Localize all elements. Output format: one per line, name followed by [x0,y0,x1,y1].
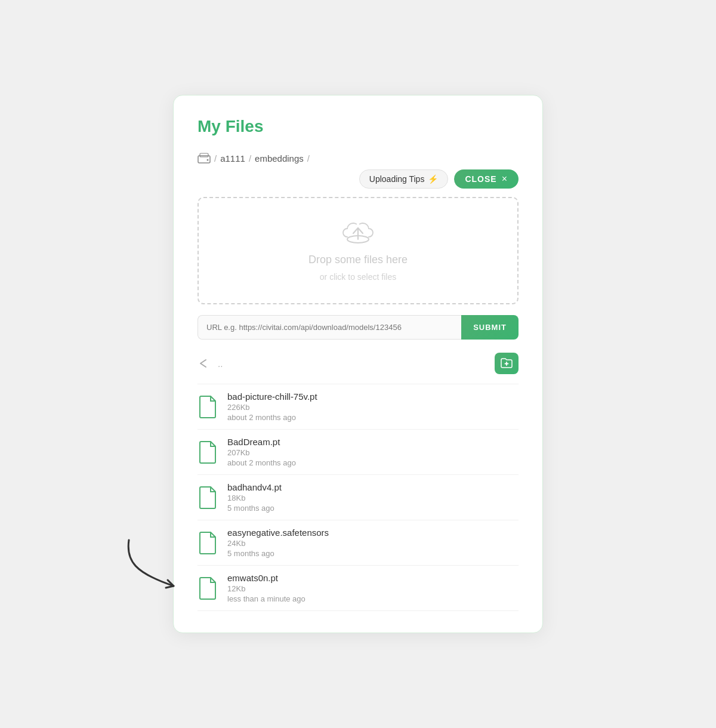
file-name: badhandv4.pt [227,482,282,492]
file-name: BadDream.pt [227,437,296,447]
file-date: about 2 months ago [227,413,317,422]
file-list: bad-picture-chill-75v.pt 226Kb about 2 m… [197,384,519,611]
drive-icon [197,153,211,164]
file-date: 5 months ago [227,549,329,558]
breadcrumb: / a1111 / embeddings / [197,153,519,164]
file-size: 24Kb [227,539,329,548]
file-size: 18Kb [227,493,282,502]
file-icon [197,394,219,419]
file-name: emwats0n.pt [227,573,305,583]
arrow-annotation [117,537,195,599]
submit-button[interactable]: SUBMIT [461,315,519,340]
breadcrumb-folder-2[interactable]: embeddings [255,153,304,164]
file-info: BadDream.pt 207Kb about 2 months ago [227,437,296,467]
uploading-tips-button[interactable]: Uploading Tips ⚡ [359,169,449,189]
drop-zone-sub-text: or click to select files [320,272,396,282]
file-item[interactable]: easynegative.safetensors 24Kb 5 months a… [197,520,519,565]
back-button[interactable] [197,358,211,369]
upload-cloud-icon [342,220,374,248]
file-icon [197,440,219,465]
bolt-icon: ⚡ [428,174,438,184]
file-icon [197,485,219,510]
breadcrumb-sep-2: / [249,153,251,164]
close-label: CLOSE [465,174,496,184]
file-item[interactable]: emwats0n.pt 12Kb less than a minute ago [197,565,519,611]
file-browser-header: .. [197,353,519,379]
breadcrumb-sep-3: / [307,153,310,164]
page-title: My Files [197,117,519,136]
file-item[interactable]: BadDream.pt 207Kb about 2 months ago [197,429,519,474]
new-folder-button[interactable] [495,353,519,374]
file-size: 226Kb [227,403,317,412]
drop-zone[interactable]: Drop some files here or click to select … [197,197,519,304]
file-item[interactable]: bad-picture-chill-75v.pt 226Kb about 2 m… [197,384,519,429]
file-name: bad-picture-chill-75v.pt [227,391,317,402]
file-info: bad-picture-chill-75v.pt 226Kb about 2 m… [227,391,317,422]
file-info: emwats0n.pt 12Kb less than a minute ago [227,573,305,603]
file-info: easynegative.safetensors 24Kb 5 months a… [227,528,329,558]
close-icon: × [502,174,508,184]
breadcrumb-sep-1: / [214,153,217,164]
file-manager-modal: My Files / a1111 / embeddings / Uploadin… [173,95,543,633]
parent-dir-label: .. [218,359,223,369]
url-input[interactable] [197,315,461,340]
file-name: easynegative.safetensors [227,528,329,538]
back-arrow-icon [197,358,211,369]
uploading-tips-label: Uploading Tips [369,174,425,184]
url-input-row: SUBMIT [197,315,519,340]
drop-zone-main-text: Drop some files here [308,254,408,266]
svg-point-2 [207,159,209,161]
toolbar-row: Uploading Tips ⚡ CLOSE × [197,169,519,189]
file-icon [197,576,219,601]
file-date: 5 months ago [227,504,282,513]
file-info: badhandv4.pt 18Kb 5 months ago [227,482,282,513]
file-size: 207Kb [227,448,296,457]
file-item[interactable]: badhandv4.pt 18Kb 5 months ago [197,474,519,520]
file-date: about 2 months ago [227,458,296,467]
file-size: 12Kb [227,584,305,593]
file-icon [197,530,219,556]
file-date: less than a minute ago [227,594,305,603]
new-folder-icon [500,357,513,369]
breadcrumb-folder-1[interactable]: a1111 [220,153,245,164]
svg-rect-1 [200,153,208,157]
close-button[interactable]: CLOSE × [454,169,519,189]
